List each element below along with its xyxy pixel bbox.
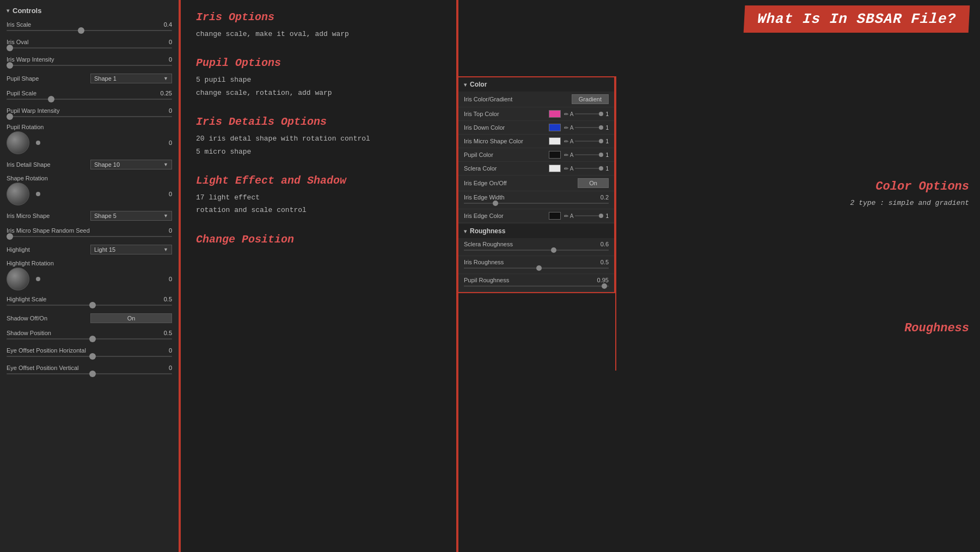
iris-scale-thumb[interactable]	[78, 27, 84, 34]
panel-title: ▾ Controls	[0, 4, 179, 19]
pupil-alpha-thumb[interactable]	[599, 153, 603, 157]
iris-micro-alpha-track[interactable]	[575, 141, 602, 142]
light-shadow-line1: 17 light effect	[196, 191, 440, 204]
roughness-collapse-arrow[interactable]: ▾	[464, 228, 467, 234]
iris-edge-color-row: Iris Edge Color ✏ A 1	[458, 209, 614, 223]
alpha-label5: A	[570, 166, 574, 172]
gradient-button[interactable]: Gradient	[572, 94, 609, 104]
dropdown-chevron2: ▼	[163, 162, 168, 167]
sclera-color-swatch[interactable]	[549, 165, 561, 172]
iris-micro-shape-color-swatch[interactable]	[549, 137, 561, 145]
iris-roughness-slider[interactable]	[464, 268, 609, 269]
highlight-rotation-dot	[36, 277, 40, 281]
iris-roughness-thumb[interactable]	[536, 265, 542, 271]
pupil-rotation-dot	[36, 141, 40, 145]
shadow-onoff-button[interactable]: On	[90, 313, 172, 323]
pencil-icon5[interactable]: ✏	[564, 166, 568, 172]
pupil-scale-slider[interactable]	[7, 99, 172, 100]
iris-top-alpha-thumb[interactable]	[599, 112, 603, 116]
panel-title-text: Controls	[13, 7, 41, 15]
iris-edge-alpha-thumb[interactable]	[599, 214, 603, 218]
highlight-scale-control: Highlight Scale 0.5	[0, 294, 179, 310]
pencil-icon4[interactable]: ✏	[564, 152, 568, 158]
highlight-rotation-value: 0	[169, 276, 172, 282]
color-panel-right-line	[615, 76, 616, 371]
highlight-rotation-knob[interactable]	[7, 268, 29, 290]
pencil-icon3[interactable]: ✏	[564, 138, 568, 144]
iris-detail-dropdown[interactable]: Shape 10 ▼	[90, 160, 172, 169]
shape-rotation-knob[interactable]	[7, 183, 29, 205]
pupil-roughness-slider[interactable]	[464, 286, 609, 287]
iris-scale-label: Iris Scale	[7, 21, 31, 28]
iris-edge-color-label: Iris Edge Color	[464, 213, 546, 219]
pencil-icon[interactable]: ✏	[564, 111, 568, 117]
dropdown-chevron3: ▼	[163, 213, 168, 219]
iris-edge-alpha-track[interactable]	[575, 215, 602, 216]
pupil-shape-label: Pupil Shape	[7, 75, 39, 82]
iris-down-color-swatch[interactable]	[549, 124, 561, 131]
pencil-icon2[interactable]: ✏	[564, 125, 568, 131]
iris-edge-width-thumb[interactable]	[493, 201, 498, 206]
iris-micro-alpha-thumb[interactable]	[599, 139, 603, 143]
eye-offset-v-slider[interactable]	[7, 373, 172, 374]
iris-warp-slider[interactable]	[7, 65, 172, 66]
iris-scale-slider[interactable]	[7, 30, 172, 31]
pupil-alpha-track[interactable]	[575, 154, 602, 155]
eye-offset-v-value: 0	[169, 365, 172, 371]
light-shadow-title: Light Effect and Shadow	[196, 174, 440, 187]
iris-down-alpha-track[interactable]	[575, 127, 602, 128]
shape-rotation-label: Shape Rotation	[7, 175, 48, 181]
shadow-position-thumb[interactable]	[89, 336, 96, 342]
iris-oval-value: 0	[169, 39, 172, 45]
eye-offset-v-thumb[interactable]	[89, 371, 96, 377]
pupil-roughness-thumb[interactable]	[602, 283, 607, 289]
sclera-alpha-thumb[interactable]	[599, 166, 603, 171]
pencil-icon6[interactable]: ✏	[564, 213, 568, 219]
iris-warp-thumb[interactable]	[7, 62, 13, 69]
iris-micro-seed-slider[interactable]	[7, 236, 172, 237]
iris-oval-slider[interactable]	[7, 47, 172, 48]
pupil-color-swatch[interactable]	[549, 151, 561, 159]
sclera-roughness-slider[interactable]	[464, 250, 609, 251]
sclera-alpha-track[interactable]	[575, 168, 602, 169]
iris-top-color-swatch[interactable]	[549, 110, 561, 118]
color-collapse-arrow[interactable]: ▾	[464, 82, 467, 88]
pupil-options-desc: 5 pupil shape change scale, rotation, ad…	[196, 74, 440, 99]
highlight-scale-thumb[interactable]	[89, 302, 96, 308]
pupil-alpha: ✏ A	[564, 152, 603, 158]
highlight-scale-slider[interactable]	[7, 305, 172, 306]
iris-down-color-row: Iris Down Color ✏ A 1	[458, 121, 614, 135]
pupil-scale-thumb[interactable]	[48, 96, 54, 102]
iris-micro-dropdown[interactable]: Shape 5 ▼	[90, 211, 172, 221]
pupil-warp-control: Pupil Warp Intensity 0	[0, 105, 179, 122]
iris-edge-width-label: Iris Edge Width	[464, 194, 505, 201]
pupil-warp-slider[interactable]	[7, 116, 172, 117]
highlight-dropdown[interactable]: Light 15 ▼	[90, 245, 172, 254]
iris-edge-width-slider[interactable]	[464, 203, 609, 204]
banner-text: What Is In SBSAR File?	[757, 11, 957, 27]
iris-edge-color-swatch[interactable]	[549, 212, 561, 220]
iris-oval-thumb[interactable]	[7, 45, 13, 51]
iris-edge-onoff-button[interactable]: On	[578, 178, 609, 188]
iris-detail-val: Shape 10	[94, 161, 120, 168]
iris-top-alpha-track[interactable]	[575, 113, 602, 114]
iris-color-gradient-row: Iris Color/Gradient Gradient	[458, 92, 614, 107]
iris-micro-seed-thumb[interactable]	[7, 233, 13, 240]
iris-top-color-label: Iris Top Color	[464, 111, 546, 117]
shadow-onoff-control: Shadow Off/On On	[0, 311, 179, 326]
iris-warp-value: 0	[169, 56, 172, 63]
iris-down-alpha-thumb[interactable]	[599, 125, 603, 130]
pupil-warp-thumb[interactable]	[7, 113, 13, 120]
highlight-label: Highlight	[7, 246, 30, 253]
pupil-rotation-knob[interactable]	[7, 131, 29, 154]
shadow-position-slider[interactable]	[7, 338, 172, 339]
iris-micro-seed-label: Iris Micro Shape Random Seed	[7, 227, 90, 234]
change-position-title: Change Position	[196, 233, 440, 246]
sclera-roughness-thumb[interactable]	[551, 247, 556, 253]
eye-offset-h-slider[interactable]	[7, 356, 172, 357]
pupil-shape-dropdown[interactable]: Shape 1 ▼	[90, 74, 172, 83]
iris-roughness-row: Iris Roughness 0.5	[458, 256, 614, 274]
eye-offset-v-control: Eye Offset Position Vertical 0	[0, 362, 179, 379]
collapse-arrow[interactable]: ▾	[7, 8, 9, 14]
eye-offset-h-thumb[interactable]	[89, 353, 96, 360]
